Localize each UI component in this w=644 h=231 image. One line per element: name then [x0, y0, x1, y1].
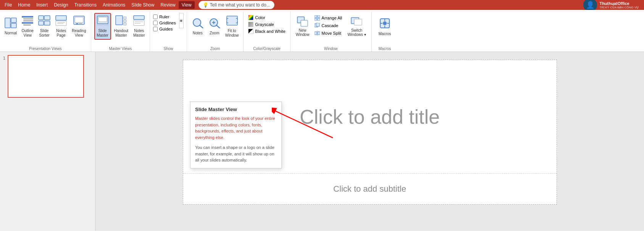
presentation-views-buttons: Normal OutlineView: [2, 11, 89, 46]
svg-rect-29: [134, 20, 144, 26]
tooltip-popup: Slide Master View Master slides control …: [190, 102, 282, 168]
cascade-button[interactable]: Cascade: [313, 22, 344, 29]
macros-button[interactable]: Macros: [375, 13, 395, 40]
svg-rect-7: [23, 24, 31, 26]
ruler-checkbox-label[interactable]: Ruler: [153, 15, 176, 19]
master-views-buttons: SlideMaster HandoutMaster: [94, 11, 148, 46]
arrange-all-icon: [315, 15, 320, 21]
notes-page-button[interactable]: NotesPage: [53, 13, 69, 40]
notes-zoom-icon: [192, 18, 204, 30]
color-grayscale-content: Color Grayscale Black and White: [246, 11, 287, 46]
slide-master-button[interactable]: SlideMaster: [94, 13, 111, 40]
notes-page-icon: [55, 15, 67, 28]
black-white-label: Black and White: [255, 29, 285, 34]
window-content: NewWindow Arrange All Cascade Move Split: [293, 11, 369, 46]
normal-button[interactable]: Normal: [3, 13, 18, 40]
move-split-label: Move Split: [321, 31, 341, 36]
tell-me-input: Tell me what you want to do...: [210, 2, 270, 8]
svg-rect-38: [227, 16, 237, 25]
svg-rect-23: [103, 24, 108, 25]
move-split-button[interactable]: Move Split: [313, 30, 344, 37]
arrange-all-button[interactable]: Arrange All: [313, 15, 344, 21]
svg-rect-46: [316, 23, 320, 26]
slide-thumb[interactable]: [8, 55, 84, 98]
switch-windows-button[interactable]: SwitchWindows ▾: [345, 13, 368, 40]
tell-me-bar[interactable]: 💡 Tell me what you want to do...: [199, 1, 274, 9]
svg-rect-3: [22, 16, 33, 18]
svg-rect-11: [44, 21, 50, 25]
guides-checkbox-label[interactable]: Guides: [153, 27, 176, 31]
slide-sorter-button[interactable]: SlideSorter: [37, 13, 52, 40]
menu-slideshow[interactable]: Slide Show: [128, 1, 157, 9]
color-label: Color: [255, 15, 265, 20]
guides-checkbox[interactable]: [153, 27, 158, 31]
ribbon-content: Normal OutlineView: [0, 10, 644, 52]
outline-view-label: OutlineView: [21, 29, 34, 38]
svg-rect-24: [116, 16, 123, 25]
svg-rect-18: [76, 23, 78, 24]
slide-subtitle-placeholder: Click to add subtitle: [333, 184, 406, 194]
outline-view-icon: [21, 15, 34, 28]
svg-rect-25: [123, 17, 126, 19]
new-window-button[interactable]: NewWindow: [294, 13, 312, 40]
ruler-checkbox[interactable]: [153, 15, 158, 19]
notes-zoom-button[interactable]: Notes: [190, 13, 205, 40]
menu-design[interactable]: Design: [51, 1, 71, 9]
menu-animations[interactable]: Animations: [100, 1, 128, 9]
menu-home[interactable]: Home: [15, 1, 33, 9]
outline-view-button[interactable]: OutlineView: [20, 13, 35, 40]
grayscale-button[interactable]: Grayscale: [247, 21, 287, 27]
menu-insert[interactable]: Insert: [33, 1, 51, 9]
tooltip-body: Master slides control the look of your e…: [195, 115, 277, 141]
lightbulb-icon: 💡: [203, 2, 208, 8]
menu-view[interactable]: View: [179, 1, 195, 9]
guides-label: Guides: [159, 27, 173, 31]
group-zoom: Notes Zoom: [187, 11, 244, 52]
zoom-icon: [208, 18, 221, 30]
red-arrow: [272, 107, 363, 153]
tooltip-title: Slide Master View: [195, 107, 277, 112]
reading-view-button[interactable]: ReadingView: [70, 13, 87, 40]
svg-point-53: [383, 21, 387, 25]
new-window-label: NewWindow: [296, 28, 310, 37]
color-grayscale-label: Color/Grayscale: [246, 46, 287, 52]
slide-sorter-label: SlideSorter: [39, 29, 50, 38]
ruler-label: Ruler: [159, 15, 169, 19]
zoom-button[interactable]: Zoom: [207, 13, 222, 40]
cascade-label: Cascade: [321, 23, 338, 28]
group-window: NewWindow Arrange All Cascade Move Split: [291, 11, 372, 52]
handout-master-label: HandoutMaster: [114, 29, 129, 38]
cascade-icon: [315, 23, 320, 28]
svg-rect-19: [79, 23, 82, 24]
gridlines-checkbox-label[interactable]: Gridlines: [153, 21, 176, 25]
show-label: Show: [152, 46, 184, 52]
zoom-label-group: Zoom: [189, 46, 241, 52]
menu-review[interactable]: Review: [157, 1, 178, 9]
menu-transitions[interactable]: Transitions: [71, 1, 100, 9]
notes-master-button[interactable]: NotesMaster: [131, 13, 147, 40]
tooltip-body2: You can insert a shape or a logo on a sl…: [195, 144, 277, 163]
black-white-swatch: [248, 29, 253, 34]
svg-rect-9: [44, 16, 50, 20]
gridlines-checkbox[interactable]: [153, 21, 158, 25]
svg-rect-48: [318, 32, 320, 35]
grayscale-swatch: [248, 22, 253, 27]
svg-rect-2: [11, 23, 16, 28]
handout-master-button[interactable]: HandoutMaster: [113, 13, 130, 40]
gridlines-label: Gridlines: [159, 21, 176, 25]
color-button[interactable]: Color: [247, 15, 287, 21]
svg-rect-51: [354, 19, 362, 25]
notes-master-icon: [133, 15, 145, 28]
master-views-label: Master Views: [94, 46, 148, 52]
reading-view-icon: [73, 15, 85, 28]
show-expand-icon[interactable]: ⊞: [179, 13, 184, 28]
slide-subtitle-area[interactable]: Click to add subtitle: [183, 174, 557, 204]
fit-to-window-button[interactable]: Fit toWindow: [224, 13, 240, 40]
group-master-views: SlideMaster HandoutMaster: [91, 11, 150, 52]
svg-rect-6: [22, 22, 33, 24]
black-white-button[interactable]: Black and White: [247, 28, 287, 34]
macros-content: Macros: [374, 11, 396, 46]
svg-rect-40: [301, 20, 308, 26]
menu-file[interactable]: File: [2, 1, 15, 9]
content-area: Slide Master View Master slides control …: [95, 52, 644, 231]
